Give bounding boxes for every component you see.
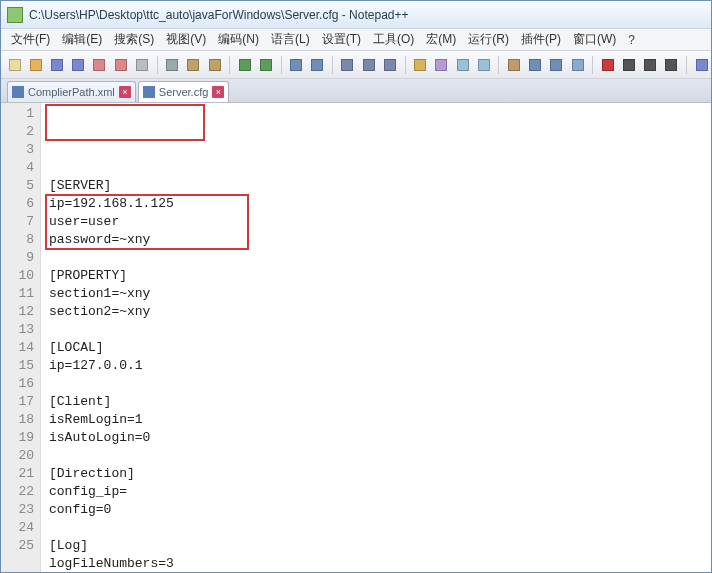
print-button[interactable] xyxy=(132,55,151,75)
highlight-box-1 xyxy=(45,104,205,141)
code-line[interactable]: config_ip= xyxy=(49,483,711,501)
line-number: 19 xyxy=(3,429,34,447)
code-line[interactable] xyxy=(49,321,711,339)
code-line[interactable]: user=user xyxy=(49,213,711,231)
toolbar-separator xyxy=(332,56,333,74)
all-chars-button[interactable] xyxy=(432,55,451,75)
close-tab-icon[interactable]: × xyxy=(119,86,131,98)
find-button[interactable] xyxy=(286,55,305,75)
play-multi-icon xyxy=(665,59,677,71)
line-number: 5 xyxy=(3,177,34,195)
folder-button[interactable] xyxy=(504,55,523,75)
tab-label: Server.cfg xyxy=(159,86,209,98)
record-icon xyxy=(602,59,614,71)
menu-item[interactable]: 窗口(W) xyxy=(567,29,622,50)
line-number: 8 xyxy=(3,231,34,249)
menu-item[interactable]: 运行(R) xyxy=(462,29,515,50)
zoom-in-button[interactable] xyxy=(338,55,357,75)
menu-item[interactable]: 插件(P) xyxy=(515,29,567,50)
undo-icon xyxy=(239,59,251,71)
macro-save-button[interactable] xyxy=(692,55,711,75)
code-line[interactable]: [Direction] xyxy=(49,465,711,483)
code-line[interactable]: config=0 xyxy=(49,501,711,519)
zoom-out-button[interactable] xyxy=(359,55,378,75)
toolbar-separator xyxy=(592,56,593,74)
lang-button[interactable] xyxy=(474,55,493,75)
open-button[interactable] xyxy=(26,55,45,75)
menu-help[interactable]: ? xyxy=(622,33,641,47)
menu-item[interactable]: 视图(V) xyxy=(160,29,212,50)
toolbar-separator xyxy=(686,56,687,74)
menu-item[interactable]: 编码(N) xyxy=(212,29,265,50)
code-line[interactable]: password=~xny xyxy=(49,231,711,249)
doc-map-button[interactable] xyxy=(526,55,545,75)
monitor-icon xyxy=(572,59,584,71)
close-tab-icon[interactable]: × xyxy=(212,86,224,98)
save-icon xyxy=(51,59,63,71)
file-icon xyxy=(12,86,24,98)
code-line[interactable]: [Client] xyxy=(49,393,711,411)
stop-button[interactable] xyxy=(619,55,638,75)
code-line[interactable]: [PROPERTY] xyxy=(49,267,711,285)
code-line[interactable]: [Log] xyxy=(49,537,711,555)
replace-button[interactable] xyxy=(308,55,327,75)
new-button[interactable] xyxy=(5,55,24,75)
menu-item[interactable]: 搜索(S) xyxy=(108,29,160,50)
play-multi-button[interactable] xyxy=(662,55,681,75)
line-number: 22 xyxy=(3,483,34,501)
code-line[interactable]: ip=127.0.0.1 xyxy=(49,357,711,375)
file-tab[interactable]: ComplierPath.xml× xyxy=(7,81,136,102)
menubar: 文件(F)编辑(E)搜索(S)视图(V)编码(N)语言(L)设置(T)工具(O)… xyxy=(1,29,711,51)
stop-icon xyxy=(623,59,635,71)
code-line[interactable] xyxy=(49,249,711,267)
code-line[interactable]: section1=~xny xyxy=(49,285,711,303)
save-button[interactable] xyxy=(47,55,66,75)
menu-item[interactable]: 宏(M) xyxy=(420,29,462,50)
close-button[interactable] xyxy=(90,55,109,75)
line-number: 25 xyxy=(3,537,34,555)
app-window: C:\Users\HP\Desktop\ttc_auto\javaForWind… xyxy=(0,0,712,573)
play-button[interactable] xyxy=(641,55,660,75)
menu-item[interactable]: 语言(L) xyxy=(265,29,316,50)
indent-button[interactable] xyxy=(453,55,472,75)
line-number: 10 xyxy=(3,267,34,285)
cut-button[interactable] xyxy=(162,55,181,75)
paste-button[interactable] xyxy=(205,55,224,75)
close-all-icon xyxy=(115,59,127,71)
code-line[interactable]: [LOCAL] xyxy=(49,339,711,357)
func-list-button[interactable] xyxy=(547,55,566,75)
redo-button[interactable] xyxy=(256,55,275,75)
code-area[interactable]: [SERVER]ip=192.168.1.125user=userpasswor… xyxy=(41,103,711,572)
line-number: 11 xyxy=(3,285,34,303)
file-tab[interactable]: Server.cfg× xyxy=(138,81,230,102)
window-title: C:\Users\HP\Desktop\ttc_auto\javaForWind… xyxy=(29,8,409,22)
line-number: 9 xyxy=(3,249,34,267)
fit-button[interactable] xyxy=(380,55,399,75)
all-chars-icon xyxy=(435,59,447,71)
menu-item[interactable]: 工具(O) xyxy=(367,29,420,50)
wrap-icon xyxy=(414,59,426,71)
menu-item[interactable]: 编辑(E) xyxy=(56,29,108,50)
app-icon xyxy=(7,7,23,23)
copy-button[interactable] xyxy=(184,55,203,75)
code-line[interactable] xyxy=(49,519,711,537)
code-line[interactable] xyxy=(49,447,711,465)
code-line[interactable] xyxy=(49,375,711,393)
find-icon xyxy=(290,59,302,71)
code-line[interactable]: logFileNumbers=3 xyxy=(49,555,711,572)
code-line[interactable]: [SERVER] xyxy=(49,177,711,195)
code-line[interactable]: isAutoLogin=0 xyxy=(49,429,711,447)
monitor-button[interactable] xyxy=(568,55,587,75)
record-button[interactable] xyxy=(598,55,617,75)
menu-item[interactable]: 文件(F) xyxy=(5,29,56,50)
zoom-out-icon xyxy=(363,59,375,71)
code-line[interactable]: section2=~xny xyxy=(49,303,711,321)
close-all-button[interactable] xyxy=(111,55,130,75)
undo-button[interactable] xyxy=(235,55,254,75)
wrap-button[interactable] xyxy=(410,55,429,75)
replace-icon xyxy=(311,59,323,71)
code-line[interactable]: ip=192.168.1.125 xyxy=(49,195,711,213)
menu-item[interactable]: 设置(T) xyxy=(316,29,367,50)
code-line[interactable]: isRemLogin=1 xyxy=(49,411,711,429)
save-all-button[interactable] xyxy=(69,55,88,75)
